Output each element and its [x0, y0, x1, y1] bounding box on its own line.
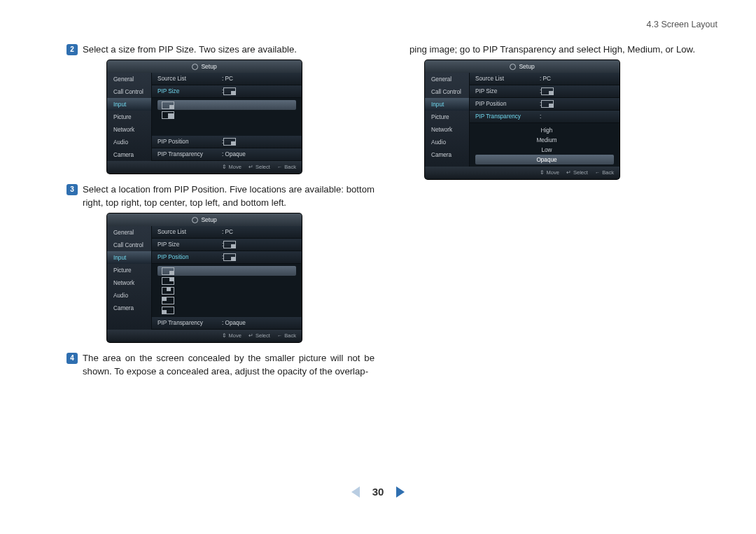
gear-icon — [192, 64, 198, 70]
sidebar-item[interactable]: General — [107, 226, 151, 239]
row-pip-transparency[interactable]: PIP Transparency: Opaque — [152, 317, 302, 330]
row-pip-size[interactable]: PIP Size : — [152, 85, 302, 98]
row-pip-position[interactable]: PIP Position : — [152, 136, 302, 148]
pos-bottom-left[interactable] — [158, 305, 296, 315]
step-4: 4 The area on the screen concealed by th… — [66, 352, 374, 378]
sidebar-item[interactable]: General — [425, 73, 469, 85]
osd-title: Setup — [201, 63, 216, 71]
size-option-small[interactable] — [158, 100, 296, 110]
sidebar-item[interactable]: Call Control — [425, 85, 469, 98]
step-2: 2 Select a size from PIP Size. Two sizes… — [66, 43, 374, 56]
back-icon: ← — [595, 169, 601, 177]
step-3-text: Select a location from PIP Position. Fiv… — [83, 183, 374, 209]
position-options-pane — [152, 264, 302, 317]
pager: 30 — [0, 486, 756, 498]
sidebar-item-input[interactable]: Input — [425, 98, 469, 111]
row-pip-size[interactable]: PIP Size: — [152, 239, 302, 251]
trans-low[interactable]: Low — [475, 145, 614, 155]
pip-pos-icon — [541, 100, 554, 108]
sidebar-item[interactable]: Call Control — [107, 239, 151, 251]
pip-pos-icon — [223, 138, 236, 146]
size-options-pane — [152, 98, 302, 136]
row-pip-size[interactable]: PIP Size: — [470, 85, 620, 98]
step-4-text: The area on the screen concealed by the … — [83, 352, 374, 378]
enter-icon: ↵ — [248, 332, 253, 340]
sidebar-item-input[interactable]: Input — [107, 98, 151, 111]
step-2-text: Select a size from PIP Size. Two sizes a… — [83, 43, 374, 56]
back-icon: ← — [277, 332, 283, 340]
row-pip-position[interactable]: PIP Position: — [470, 98, 620, 111]
step-4-cont-text: ping image; go to PIP Transparency and s… — [410, 43, 718, 56]
enter-icon: ↵ — [248, 164, 253, 171]
back-icon: ← — [277, 164, 283, 171]
step-badge-4: 4 — [66, 353, 78, 364]
sidebar-item[interactable]: Network — [107, 123, 151, 136]
arrows-icon: ⇕ — [222, 332, 227, 340]
section-header: 4.3 Screen Layout — [647, 20, 718, 29]
row-pip-position[interactable]: PIP Position: — [152, 251, 302, 264]
sidebar-item-input[interactable]: Input — [107, 251, 151, 264]
page-next-icon[interactable] — [396, 486, 405, 498]
osd-footer: ⇕Move ↵Select ←Back — [107, 161, 302, 174]
row-pip-transparency[interactable]: PIP Transparency : Opaque — [152, 148, 302, 161]
sidebar-item[interactable]: Audio — [425, 136, 469, 148]
step-4-continuation: ping image; go to PIP Transparency and s… — [410, 43, 718, 56]
trans-medium[interactable]: Medium — [475, 135, 614, 145]
pos-top-right[interactable] — [158, 276, 296, 286]
step-badge-3: 3 — [66, 184, 78, 195]
sidebar-item[interactable]: Picture — [425, 111, 469, 123]
sidebar-item[interactable]: Camera — [107, 302, 151, 314]
arrows-icon: ⇕ — [222, 164, 227, 171]
osd-pip-transparency: Setup General Call Control Input Picture… — [425, 60, 620, 179]
trans-opaque[interactable]: Opaque — [475, 155, 614, 164]
pos-top-center[interactable] — [158, 286, 296, 295]
row-source-list[interactable]: Source List: PC — [470, 73, 620, 85]
size-option-large[interactable] — [158, 110, 296, 120]
pip-small-icon — [541, 87, 554, 95]
page-prev-icon[interactable] — [351, 486, 360, 498]
transparency-options-pane: High Medium Low Opaque — [470, 123, 620, 167]
pos-bottom-right[interactable] — [158, 266, 296, 276]
sidebar-item[interactable]: Picture — [107, 264, 151, 276]
step-3: 3 Select a location from PIP Position. F… — [66, 183, 374, 209]
sidebar-item[interactable]: Call Control — [107, 85, 151, 98]
gear-icon — [192, 217, 198, 223]
row-pip-transparency[interactable]: PIP Transparency: — [470, 111, 620, 123]
gear-icon — [510, 64, 516, 70]
sidebar-item[interactable]: Audio — [107, 136, 151, 148]
page-number: 30 — [372, 486, 384, 498]
trans-high[interactable]: High — [475, 125, 614, 135]
arrows-icon: ⇕ — [540, 169, 545, 177]
sidebar-item[interactable]: Camera — [425, 148, 469, 161]
sidebar-item[interactable]: Picture — [107, 111, 151, 123]
pip-small-icon — [223, 87, 236, 95]
step-badge-2: 2 — [66, 44, 78, 55]
sidebar-item[interactable]: Network — [425, 123, 469, 136]
sidebar-item[interactable]: Audio — [107, 289, 151, 302]
enter-icon: ↵ — [566, 169, 571, 177]
sidebar-item[interactable]: General — [107, 73, 151, 85]
sidebar-item[interactable]: Network — [107, 276, 151, 289]
row-source-list[interactable]: Source List: PC — [152, 226, 302, 239]
pip-pos-icon — [223, 253, 236, 261]
osd-pip-position: Setup General Call Control Input Picture… — [107, 213, 302, 342]
row-source-list[interactable]: Source List : PC — [152, 73, 302, 85]
sidebar-item[interactable]: Camera — [107, 148, 151, 161]
pos-top-left[interactable] — [158, 295, 296, 305]
osd-header: Setup — [107, 60, 302, 73]
osd-sidebar: General Call Control Input Picture Netwo… — [107, 73, 152, 161]
pip-small-icon — [223, 241, 236, 248]
osd-pip-size: Setup General Call Control Input Picture… — [107, 60, 302, 174]
